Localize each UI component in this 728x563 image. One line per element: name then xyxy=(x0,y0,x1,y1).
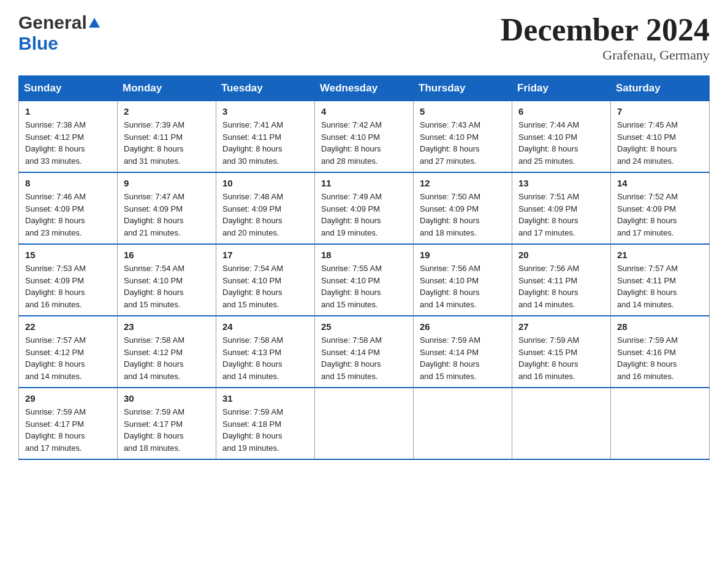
calendar-cell: 23 Sunrise: 7:58 AM Sunset: 4:12 PM Dayl… xyxy=(118,316,216,388)
calendar-cell: 28 Sunrise: 7:59 AM Sunset: 4:16 PM Dayl… xyxy=(611,316,710,388)
calendar-cell xyxy=(414,388,512,459)
day-number: 7 xyxy=(617,106,703,117)
calendar-cell xyxy=(611,388,710,459)
calendar-cell xyxy=(315,388,414,459)
calendar-week-2: 8 Sunrise: 7:46 AM Sunset: 4:09 PM Dayli… xyxy=(19,172,710,244)
day-number: 20 xyxy=(518,250,604,260)
logo: General Blue xyxy=(18,12,100,54)
day-number: 19 xyxy=(420,250,506,260)
day-info: Sunrise: 7:39 AM Sunset: 4:11 PM Dayligh… xyxy=(124,119,210,167)
calendar-cell: 8 Sunrise: 7:46 AM Sunset: 4:09 PM Dayli… xyxy=(19,172,118,244)
day-number: 9 xyxy=(124,178,210,188)
day-number: 5 xyxy=(420,106,506,117)
day-number: 10 xyxy=(222,178,308,188)
weekday-header-row: SundayMondayTuesdayWednesdayThursdayFrid… xyxy=(19,76,710,101)
day-info: Sunrise: 7:59 AM Sunset: 4:16 PM Dayligh… xyxy=(617,334,703,382)
day-info: Sunrise: 7:50 AM Sunset: 4:09 PM Dayligh… xyxy=(420,191,506,239)
day-number: 16 xyxy=(124,250,210,260)
day-info: Sunrise: 7:54 AM Sunset: 4:10 PM Dayligh… xyxy=(222,262,308,310)
day-info: Sunrise: 7:51 AM Sunset: 4:09 PM Dayligh… xyxy=(518,191,604,239)
day-number: 21 xyxy=(617,250,703,260)
day-info: Sunrise: 7:47 AM Sunset: 4:09 PM Dayligh… xyxy=(124,191,210,239)
day-info: Sunrise: 7:44 AM Sunset: 4:10 PM Dayligh… xyxy=(518,119,604,167)
calendar-week-5: 29 Sunrise: 7:59 AM Sunset: 4:17 PM Dayl… xyxy=(19,388,710,459)
day-info: Sunrise: 7:59 AM Sunset: 4:15 PM Dayligh… xyxy=(518,334,604,382)
logo-line1: General xyxy=(18,12,100,33)
calendar-cell: 7 Sunrise: 7:45 AM Sunset: 4:10 PM Dayli… xyxy=(611,101,710,173)
day-number: 6 xyxy=(518,106,604,117)
calendar-cell: 3 Sunrise: 7:41 AM Sunset: 4:11 PM Dayli… xyxy=(216,101,315,173)
day-info: Sunrise: 7:49 AM Sunset: 4:09 PM Dayligh… xyxy=(321,191,407,239)
day-info: Sunrise: 7:45 AM Sunset: 4:10 PM Dayligh… xyxy=(617,119,703,167)
calendar-week-4: 22 Sunrise: 7:57 AM Sunset: 4:12 PM Dayl… xyxy=(19,316,710,388)
day-number: 12 xyxy=(420,178,506,188)
logo-line2: Blue xyxy=(18,33,58,54)
day-info: Sunrise: 7:59 AM Sunset: 4:18 PM Dayligh… xyxy=(222,406,308,454)
day-number: 14 xyxy=(617,178,703,188)
day-info: Sunrise: 7:58 AM Sunset: 4:13 PM Dayligh… xyxy=(222,334,308,382)
day-info: Sunrise: 7:56 AM Sunset: 4:10 PM Dayligh… xyxy=(420,262,506,310)
day-info: Sunrise: 7:48 AM Sunset: 4:09 PM Dayligh… xyxy=(222,191,308,239)
day-number: 22 xyxy=(25,321,111,332)
calendar-cell: 1 Sunrise: 7:38 AM Sunset: 4:12 PM Dayli… xyxy=(19,101,118,173)
day-info: Sunrise: 7:53 AM Sunset: 4:09 PM Dayligh… xyxy=(25,262,111,310)
day-number: 3 xyxy=(222,106,308,117)
calendar-cell: 21 Sunrise: 7:57 AM Sunset: 4:11 PM Dayl… xyxy=(611,244,710,316)
calendar-cell: 18 Sunrise: 7:55 AM Sunset: 4:10 PM Dayl… xyxy=(315,244,414,316)
calendar-cell: 27 Sunrise: 7:59 AM Sunset: 4:15 PM Dayl… xyxy=(512,316,611,388)
day-number: 18 xyxy=(321,250,407,260)
calendar-cell: 26 Sunrise: 7:59 AM Sunset: 4:14 PM Dayl… xyxy=(414,316,512,388)
weekday-header-thursday: Thursday xyxy=(414,76,512,101)
day-number: 23 xyxy=(124,321,210,332)
calendar-cell: 31 Sunrise: 7:59 AM Sunset: 4:18 PM Dayl… xyxy=(216,388,315,459)
day-info: Sunrise: 7:43 AM Sunset: 4:10 PM Dayligh… xyxy=(420,119,506,167)
weekday-header-sunday: Sunday xyxy=(19,76,118,101)
calendar-cell: 14 Sunrise: 7:52 AM Sunset: 4:09 PM Dayl… xyxy=(611,172,710,244)
day-info: Sunrise: 7:58 AM Sunset: 4:12 PM Dayligh… xyxy=(124,334,210,382)
calendar-cell: 22 Sunrise: 7:57 AM Sunset: 4:12 PM Dayl… xyxy=(19,316,118,388)
weekday-header-wednesday: Wednesday xyxy=(315,76,414,101)
day-info: Sunrise: 7:58 AM Sunset: 4:14 PM Dayligh… xyxy=(321,334,407,382)
day-info: Sunrise: 7:59 AM Sunset: 4:14 PM Dayligh… xyxy=(420,334,506,382)
calendar-cell: 2 Sunrise: 7:39 AM Sunset: 4:11 PM Dayli… xyxy=(118,101,216,173)
day-number: 11 xyxy=(321,178,407,188)
day-number: 29 xyxy=(25,393,111,404)
page-header: General Blue December 2024 Grafenau, Ger… xyxy=(18,12,710,63)
title-section: December 2024 Grafenau, Germany xyxy=(501,12,710,63)
calendar-cell: 5 Sunrise: 7:43 AM Sunset: 4:10 PM Dayli… xyxy=(414,101,512,173)
calendar-cell: 15 Sunrise: 7:53 AM Sunset: 4:09 PM Dayl… xyxy=(19,244,118,316)
weekday-header-monday: Monday xyxy=(118,76,216,101)
calendar-cell: 9 Sunrise: 7:47 AM Sunset: 4:09 PM Dayli… xyxy=(118,172,216,244)
day-info: Sunrise: 7:38 AM Sunset: 4:12 PM Dayligh… xyxy=(25,119,111,167)
calendar-cell: 20 Sunrise: 7:56 AM Sunset: 4:11 PM Dayl… xyxy=(512,244,611,316)
day-number: 8 xyxy=(25,178,111,188)
day-info: Sunrise: 7:52 AM Sunset: 4:09 PM Dayligh… xyxy=(617,191,703,239)
weekday-header-tuesday: Tuesday xyxy=(216,76,315,101)
calendar-cell: 4 Sunrise: 7:42 AM Sunset: 4:10 PM Dayli… xyxy=(315,101,414,173)
calendar-cell: 6 Sunrise: 7:44 AM Sunset: 4:10 PM Dayli… xyxy=(512,101,611,173)
day-number: 28 xyxy=(617,321,703,332)
day-number: 24 xyxy=(222,321,308,332)
day-info: Sunrise: 7:59 AM Sunset: 4:17 PM Dayligh… xyxy=(25,406,111,454)
location: Grafenau, Germany xyxy=(501,47,710,63)
month-title: December 2024 xyxy=(501,12,710,47)
calendar-cell: 16 Sunrise: 7:54 AM Sunset: 4:10 PM Dayl… xyxy=(118,244,216,316)
day-number: 13 xyxy=(518,178,604,188)
day-info: Sunrise: 7:57 AM Sunset: 4:12 PM Dayligh… xyxy=(25,334,111,382)
day-number: 27 xyxy=(518,321,604,332)
calendar-cell: 13 Sunrise: 7:51 AM Sunset: 4:09 PM Dayl… xyxy=(512,172,611,244)
calendar-cell: 11 Sunrise: 7:49 AM Sunset: 4:09 PM Dayl… xyxy=(315,172,414,244)
calendar-cell: 30 Sunrise: 7:59 AM Sunset: 4:17 PM Dayl… xyxy=(118,388,216,459)
weekday-header-saturday: Saturday xyxy=(611,76,710,101)
day-info: Sunrise: 7:42 AM Sunset: 4:10 PM Dayligh… xyxy=(321,119,407,167)
calendar-cell: 24 Sunrise: 7:58 AM Sunset: 4:13 PM Dayl… xyxy=(216,316,315,388)
day-info: Sunrise: 7:54 AM Sunset: 4:10 PM Dayligh… xyxy=(124,262,210,310)
day-number: 30 xyxy=(124,393,210,404)
day-info: Sunrise: 7:59 AM Sunset: 4:17 PM Dayligh… xyxy=(124,406,210,454)
day-info: Sunrise: 7:57 AM Sunset: 4:11 PM Dayligh… xyxy=(617,262,703,310)
day-number: 31 xyxy=(222,393,308,404)
calendar-week-3: 15 Sunrise: 7:53 AM Sunset: 4:09 PM Dayl… xyxy=(19,244,710,316)
calendar-cell: 25 Sunrise: 7:58 AM Sunset: 4:14 PM Dayl… xyxy=(315,316,414,388)
day-info: Sunrise: 7:56 AM Sunset: 4:11 PM Dayligh… xyxy=(518,262,604,310)
calendar-week-1: 1 Sunrise: 7:38 AM Sunset: 4:12 PM Dayli… xyxy=(19,101,710,173)
